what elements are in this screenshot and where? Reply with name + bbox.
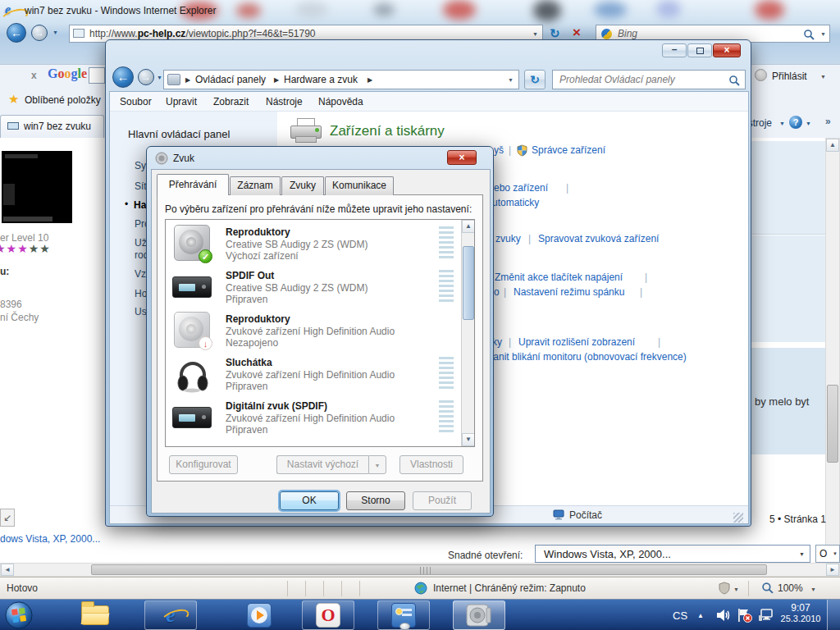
command-bar-overflow-icon[interactable]: » <box>825 116 831 127</box>
close-button[interactable]: × <box>713 43 741 57</box>
favorites-star-icon[interactable]: ★ <box>8 92 19 107</box>
breadcrumb-chevron-icon[interactable]: ▶ <box>368 76 372 84</box>
link-autoplay-fragment[interactable]: utomaticky <box>492 197 539 208</box>
dialog-close-button[interactable]: × <box>447 150 477 165</box>
scroll-up-icon[interactable]: ▲ <box>465 222 472 230</box>
link-add-device-fragment[interactable]: ebo zařízení <box>494 182 548 194</box>
help-dropdown-icon[interactable]: ▼ <box>806 121 811 126</box>
search-magnifier-icon[interactable] <box>728 75 740 86</box>
tab-sounds[interactable]: Zvuky <box>281 176 324 195</box>
device-row-speakers-audigy[interactable]: ✓ Reproduktory Creative SB Audigy 2 ZS (… <box>166 223 461 267</box>
signin-button[interactable]: Přihlásit <box>772 71 807 82</box>
scroll-right-icon[interactable]: ► <box>829 566 836 573</box>
search-dropdown-icon[interactable]: ▼ <box>820 31 826 37</box>
link-power-buttons[interactable]: Změnit akce tlačítek napájení <box>495 272 623 283</box>
address-dropdown-icon[interactable]: ▼ <box>532 31 538 37</box>
section-title[interactable]: Zařízení a tiskárny <box>330 123 445 139</box>
action-center-flag-icon[interactable] <box>737 608 753 623</box>
cp-search-box[interactable]: Prohledat Ovládací panely <box>552 70 746 89</box>
tray-clock[interactable]: 9:07 25.3.2010 <box>778 602 824 628</box>
ok-button[interactable]: OK <box>280 491 339 510</box>
link-system-sounds-fragment[interactable]: zvuky <box>495 233 521 244</box>
start-button[interactable] <box>4 600 34 630</box>
tray-overflow-icon[interactable]: ▲ <box>697 612 704 619</box>
link-mouse-fragment[interactable]: yš <box>494 144 504 156</box>
taskbar-opera-button[interactable]: O <box>302 600 354 630</box>
ie-stop-button[interactable]: × <box>573 25 581 41</box>
forum-bottom-link[interactable]: dows Vista, XP, 2000... <box>0 533 100 545</box>
breadcrumb-chevron-icon[interactable]: ▶ <box>185 76 190 84</box>
breadcrumb-dropdown-icon[interactable]: ▼ <box>508 77 514 83</box>
sidebar-item-hardware[interactable]: Ha <box>134 199 146 211</box>
breadcrumb-chevron-icon[interactable]: ▶ <box>274 76 279 84</box>
tab-playback[interactable]: Přehrávání <box>157 174 229 195</box>
signin-dropdown-icon[interactable]: ▼ <box>820 74 826 80</box>
scrollbar-thumb[interactable] <box>463 246 474 320</box>
zoom-magnifier-icon[interactable] <box>761 582 774 594</box>
link-device-manager[interactable]: Správce zařízení <box>532 144 605 156</box>
privacy-shield-icon[interactable] <box>719 582 730 595</box>
network-tray-icon[interactable] <box>758 608 774 623</box>
link-fragment-o[interactable]: o <box>494 286 500 298</box>
corner-select[interactable]: O ▼ <box>815 545 840 563</box>
scrollbar-thumb[interactable] <box>827 385 838 463</box>
device-row-spdif-out[interactable]: SPDIF Out Creative SB Audigy 2 ZS (WDM) … <box>166 267 461 310</box>
taskbar-sound-button[interactable] <box>453 600 505 630</box>
ie-back-button[interactable]: ← <box>7 23 26 43</box>
tab-recording[interactable]: Záznam <box>230 176 281 195</box>
device-row-headphones[interactable]: Sluchátka Zvukové zařízení High Definiti… <box>166 354 461 397</box>
language-indicator[interactable]: CS <box>673 609 687 622</box>
help-icon[interactable]: ? <box>789 116 802 129</box>
cp-refresh-button[interactable]: ↻ <box>524 70 546 89</box>
google-search-input[interactable] <box>89 67 105 84</box>
breadcrumb-current[interactable]: Hardware a zvuk <box>284 74 358 85</box>
tools-dropdown-icon[interactable]: ▼ <box>779 121 785 126</box>
tab-communications[interactable]: Komunikace <box>325 176 394 195</box>
ie-recent-pages-dropdown[interactable]: ▼ <box>52 30 58 35</box>
set-default-dropdown-button[interactable]: ▼ <box>368 455 386 474</box>
menu-nastroje[interactable]: Nástroje <box>266 96 303 107</box>
ie-tab[interactable]: win7 bez zvuku <box>0 115 104 138</box>
privacy-dropdown-icon[interactable]: ▼ <box>733 587 739 592</box>
zoom-dropdown-icon[interactable]: ▼ <box>810 587 816 592</box>
link-screen-resolution[interactable]: Upravit rozlišení zobrazení <box>518 336 635 348</box>
scroll-up-icon[interactable]: ▲ <box>829 141 836 148</box>
taskbar-explorer-button[interactable] <box>69 600 121 630</box>
breadcrumb-root[interactable]: Ovládací panely <box>195 74 266 85</box>
resize-grip[interactable] <box>733 513 743 523</box>
cp-history-dropdown-icon[interactable]: ▼ <box>157 75 162 80</box>
menu-napoveda[interactable]: Nápověda <box>318 96 363 107</box>
sidebar-title[interactable]: Hlavní ovládací panel <box>128 128 230 140</box>
device-row-digital-spdif[interactable]: Digitální zvuk (SPDIF) Zvukové zařízení … <box>166 397 461 441</box>
maximize-button[interactable] <box>687 43 712 57</box>
link-manage-audio-devices[interactable]: Spravovat zvuková zařízení <box>538 233 659 244</box>
set-default-button[interactable]: Nastavit výchozí <box>276 455 368 474</box>
cancel-button[interactable]: Storno <box>346 491 405 510</box>
scrollbar-thumb[interactable] <box>91 564 767 575</box>
page-vertical-scrollbar[interactable]: ▲ ▼ <box>825 138 840 563</box>
menu-upravit[interactable]: Upravit <box>166 96 197 107</box>
properties-button[interactable]: Vlastnosti <box>399 455 463 474</box>
menu-soubor[interactable]: Soubor <box>120 96 152 107</box>
device-row-speakers-hd[interactable]: ↓ Reproduktory Zvukové zařízení High Def… <box>166 310 461 354</box>
link-sleep-settings[interactable]: Nastavení režimu spánku <box>514 286 624 298</box>
show-desktop-button[interactable] <box>827 600 840 630</box>
cp-forward-button[interactable]: → <box>138 69 154 85</box>
configure-button[interactable]: Konfigurovat <box>169 455 238 474</box>
menu-zobrazit[interactable]: Zobrazit <box>213 96 249 107</box>
cp-breadcrumb-bar[interactable]: ▶ Ovládací panely ▶ Hardware a zvuk ▶ ▼ <box>163 70 519 89</box>
taskbar-media-player-button[interactable] <box>233 600 285 630</box>
search-magnifier-icon[interactable] <box>803 29 815 40</box>
device-list-scrollbar[interactable]: ▲ ▼ <box>461 220 475 446</box>
google-toolbar-close-icon[interactable]: x <box>31 70 37 81</box>
scroll-left-icon[interactable]: ◄ <box>4 566 11 573</box>
volume-tray-icon[interactable] <box>715 608 730 623</box>
cp-back-button[interactable]: ← <box>112 66 134 88</box>
favorites-button[interactable]: Oblíbené položky <box>25 94 101 106</box>
taskbar-ie-button[interactable]: e <box>144 600 197 630</box>
ie-forward-button[interactable]: → <box>31 25 48 41</box>
page-horizontal-scrollbar[interactable]: ◄ ► <box>0 563 840 577</box>
link-monitor-flicker-fragment[interactable]: tranit blikání monitoru (obnovovací frek… <box>487 351 687 363</box>
apply-button[interactable]: Použít <box>413 491 472 510</box>
forum-corner-button[interactable]: ↙ <box>0 509 15 527</box>
